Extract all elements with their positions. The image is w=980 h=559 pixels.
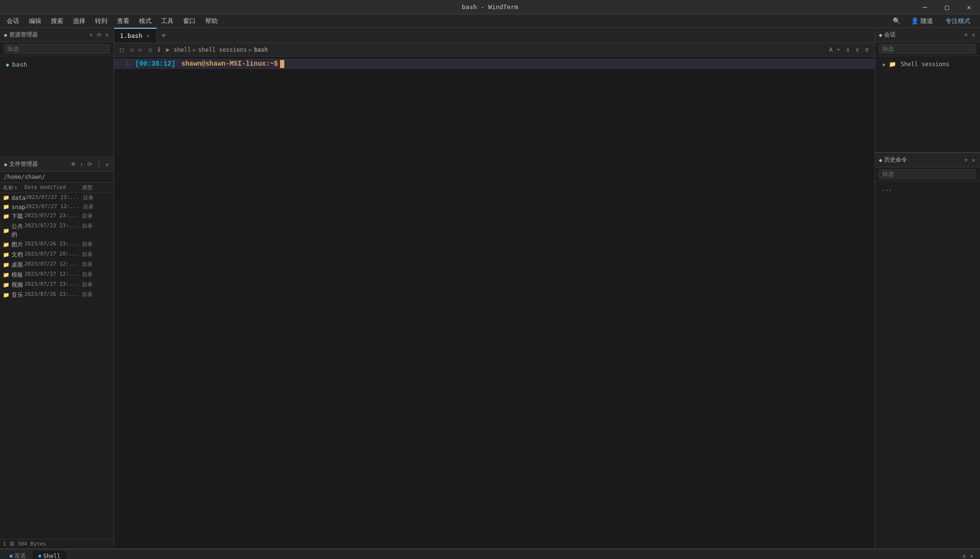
toolbar-down[interactable]: ∨ xyxy=(853,45,861,54)
sort-icon: ▼ xyxy=(14,185,17,190)
menu-select[interactable]: 选择 xyxy=(68,15,90,27)
more-icon[interactable]: ⋮ xyxy=(95,160,103,169)
menu-focus-mode[interactable]: 专注模式 xyxy=(941,15,975,27)
breadcrumb-bash[interactable]: bash xyxy=(254,47,268,53)
close-panel-icon[interactable]: ✕ xyxy=(105,31,110,39)
up-icon[interactable]: ↑ xyxy=(79,160,84,169)
sessions-search-input[interactable] xyxy=(879,44,976,54)
folder-icon: 📁 xyxy=(889,61,896,68)
file-col-date: Date modified xyxy=(24,184,82,191)
toolbar-up[interactable]: ∧ xyxy=(844,45,852,54)
resource-item-bash[interactable]: ◆ bash xyxy=(0,59,114,70)
tab-dot-shell xyxy=(38,555,41,558)
toolbar-run[interactable]: ▶ xyxy=(164,45,172,54)
toolbar-font-size[interactable]: A ÷ xyxy=(827,45,842,54)
folder-icon: ◆ xyxy=(4,161,7,168)
terminal-line-1: 1 [00:38:12] shawn@shawn-MSI-linux:~$ xyxy=(114,58,875,69)
history-item-1[interactable]: ... xyxy=(879,184,976,194)
tab-close-bash[interactable]: ✕ xyxy=(145,32,151,40)
tab-bash[interactable]: 1.bash ✕ xyxy=(114,28,157,43)
file-table-row[interactable]: 📁 桌面 2023/07/27 12:... 目录 xyxy=(0,260,114,270)
toolbar-more[interactable]: ≡ xyxy=(863,45,871,54)
minimize-button[interactable]: ─ xyxy=(914,0,936,14)
file-table-row[interactable]: 📁 视频 2023/07/27 23:... 目录 xyxy=(0,280,114,290)
menu-tools[interactable]: 工具 xyxy=(156,15,178,27)
eye-icon[interactable]: 👁 xyxy=(70,160,77,169)
file-date: 2023/07/27 23:... xyxy=(25,194,83,201)
line-number: 1 xyxy=(118,58,129,69)
file-type: 目录 xyxy=(82,291,111,299)
menu-search[interactable]: 搜索 xyxy=(46,15,68,27)
file-manager-path: /home/shawn/ xyxy=(0,172,114,183)
file-table-row[interactable]: 📁 snap 2023/07/27 12:... 目录 xyxy=(0,202,114,211)
user-icon: 👤 xyxy=(911,17,919,24)
menu-goto[interactable]: 转到 xyxy=(90,15,112,27)
sessions-panel-icon: ◆ xyxy=(879,32,882,38)
file-table-row[interactable]: 📁 音乐 2023/07/26 23:... 目录 xyxy=(0,290,114,300)
history-search-input[interactable] xyxy=(879,169,976,179)
file-folder-icon: 📁 xyxy=(3,204,10,210)
maximize-button[interactable]: □ xyxy=(936,0,958,14)
bottom-panel-close[interactable]: ✕ xyxy=(969,552,974,559)
tab-add-button[interactable]: + xyxy=(157,31,171,40)
file-date: 2023/07/27 12:... xyxy=(25,203,83,210)
session-item-shell[interactable]: ▶ 📁 Shell sessions xyxy=(875,59,980,70)
tab-bash-label: 1.bash xyxy=(120,32,142,39)
file-name: 📁 模板 xyxy=(3,271,24,279)
cursor xyxy=(280,60,284,68)
close-button[interactable]: ✕ xyxy=(958,0,980,14)
toolbar-new-session[interactable]: □ xyxy=(118,45,126,54)
breadcrumb-sessions[interactable]: shell sessions xyxy=(198,47,247,53)
refresh-icon[interactable]: ⟳ xyxy=(96,31,103,39)
file-manager-actions: 👁 ↑ ⟳ ⋮ ✕ xyxy=(70,160,110,169)
bottom-panel-up[interactable]: ∧ xyxy=(962,552,967,559)
history-add-icon[interactable]: + xyxy=(964,156,969,164)
file-name-label: 桌面 xyxy=(12,261,23,269)
resources-search-input[interactable] xyxy=(4,44,110,54)
file-date: 2023/07/23 23:... xyxy=(24,222,82,239)
terminal-content[interactable]: 1 [00:38:12] shawn@shawn-MSI-linux:~$ xyxy=(114,57,875,548)
new-icon[interactable]: + xyxy=(89,31,94,39)
sessions-close-icon[interactable]: ✕ xyxy=(971,31,976,39)
bottom-tab-shell[interactable]: Shell xyxy=(33,551,66,559)
search-icon[interactable]: 🔍 xyxy=(890,16,903,25)
menu-user[interactable]: 👤 随道 xyxy=(906,15,938,27)
toolbar-info[interactable]: ℹ xyxy=(156,45,162,54)
file-name-label: 模板 xyxy=(12,271,23,279)
resources-search-bar xyxy=(0,42,114,56)
file-folder-icon: 📁 xyxy=(3,213,10,220)
menu-edit[interactable]: 编辑 xyxy=(24,15,46,27)
menu-help[interactable]: 帮助 xyxy=(200,15,222,27)
toolbar-back[interactable]: ◁ xyxy=(128,45,135,54)
file-table-row[interactable]: 📁 图片 2023/07/26 23:... 目录 xyxy=(0,240,114,250)
file-col-type: 类型 xyxy=(82,184,111,191)
sessions-add-icon[interactable]: + xyxy=(964,31,969,39)
close-fm-icon[interactable]: ✕ xyxy=(105,160,110,169)
sessions-panel-actions: + ✕ xyxy=(964,31,976,39)
file-date: 2023/07/26 23:... xyxy=(24,291,82,299)
toolbar-home[interactable]: ⌂ xyxy=(146,45,154,54)
history-panel-title: 历史命令 xyxy=(884,156,963,164)
menu-session[interactable]: 会话 xyxy=(2,15,24,27)
bottom-panel-controls: ∧ ✕ xyxy=(962,552,976,559)
file-table-row[interactable]: 📁 文档 2023/07/27 20:... 目录 xyxy=(0,250,114,260)
history-close-icon[interactable]: ✕ xyxy=(971,156,976,164)
file-table-row[interactable]: 📁 公共的 2023/07/23 23:... 目录 xyxy=(0,221,114,240)
file-table-row[interactable]: 📁 下载 2023/07/27 23:... 目录 xyxy=(0,211,114,221)
breadcrumb-shell[interactable]: shell xyxy=(174,47,191,53)
session-item-label: Shell sessions xyxy=(901,61,949,68)
prompt-time: [00:38:12] xyxy=(135,58,175,69)
file-name-label: 图片 xyxy=(12,241,23,249)
sessions-panel-title: 会话 xyxy=(884,31,963,39)
file-name: 📁 桌面 xyxy=(3,261,24,269)
menu-view[interactable]: 查看 xyxy=(112,15,134,27)
refresh-fm-icon[interactable]: ⟳ xyxy=(86,160,93,169)
file-table-row[interactable]: 📁 data 2023/07/27 23:... 目录 xyxy=(0,193,114,202)
file-table-row[interactable]: 📁 模板 2023/07/27 12:... 目录 xyxy=(0,270,114,280)
resource-item-label: bash xyxy=(12,61,27,68)
toolbar-forward[interactable]: ▷ xyxy=(137,45,145,54)
history-content: ... xyxy=(875,181,980,548)
menu-window[interactable]: 窗口 xyxy=(178,15,200,27)
bottom-tab-send[interactable]: 发送 xyxy=(4,550,32,559)
menu-mode[interactable]: 模式 xyxy=(134,15,156,27)
